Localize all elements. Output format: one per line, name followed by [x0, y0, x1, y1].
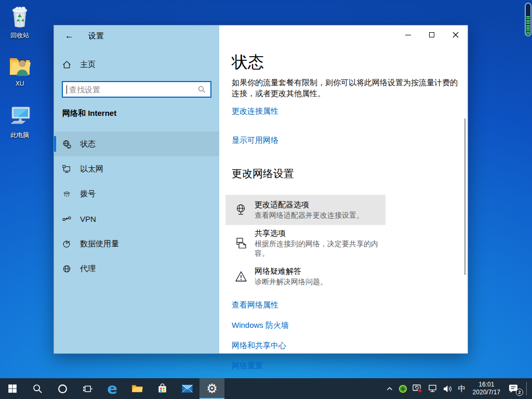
notification-badge: 2	[516, 389, 523, 396]
page-title: 状态	[232, 52, 468, 72]
sidebar-item-label: 拨号	[80, 189, 96, 199]
clock-date: 2020/7/17	[473, 389, 500, 396]
link-windows-firewall[interactable]: Windows 防火墙	[232, 321, 468, 331]
clock-time: 16:01	[473, 381, 500, 389]
bottom-links: 查看网络属性 Windows 防火墙 网络和共享中心 网络重置	[232, 300, 468, 371]
tray-network[interactable]	[425, 378, 441, 399]
sidebar-item-label: 代理	[80, 264, 96, 274]
sharing-options-icon	[234, 237, 248, 249]
card-title: 更改适配器选项	[255, 200, 364, 210]
tray-divider	[526, 382, 527, 395]
search-input[interactable]	[67, 85, 198, 94]
settings-search-box[interactable]	[62, 81, 211, 98]
link-view-network-properties[interactable]: 查看网络属性	[232, 300, 468, 311]
mail-button[interactable]	[175, 378, 200, 399]
card-subtitle: 查看网络适配器并更改连接设置。	[255, 211, 364, 220]
page-description: 如果你的流量套餐有限制，则你可以将此网络设置为按流量计费的连接，或者更改其他属性…	[232, 77, 464, 99]
desktop-icon-recycle-bin[interactable]: 回收站	[0, 4, 39, 40]
settings-window: ← 设置 主页 网络和 Internet	[54, 25, 468, 354]
card-title: 共享选项	[255, 229, 385, 238]
sidebar-item-label: 状态	[80, 139, 96, 149]
settings-taskbar-button[interactable]: ⚙	[200, 378, 224, 399]
maximize-button[interactable]	[420, 25, 444, 44]
windows-logo-icon	[8, 384, 17, 393]
sidebar-item-vpn[interactable]: VPN	[54, 206, 219, 231]
edge-icon: e	[107, 381, 117, 396]
ime-indicator-label: 中	[458, 384, 466, 394]
sidebar-section-header: 网络和 Internet	[62, 109, 219, 118]
link-network-sharing-center[interactable]: 网络和共享中心	[232, 341, 468, 351]
desktop-icon-this-pc[interactable]: 此电脑	[0, 104, 39, 140]
home-icon	[62, 60, 71, 69]
card-change-adapter-options[interactable]: 更改适配器选项 查看网络适配器并更改连接设置。	[225, 195, 385, 225]
titlebar: ← 设置	[54, 25, 219, 46]
chevron-up-icon	[386, 385, 393, 392]
link-network-reset[interactable]: 网络重置	[232, 361, 468, 371]
user-folder-icon	[0, 53, 39, 78]
window-controls	[396, 25, 468, 44]
sidebar-item-ethernet[interactable]: 以太网	[54, 156, 219, 181]
store-button[interactable]	[150, 378, 175, 399]
scrollbar-thumb[interactable]	[464, 118, 466, 275]
speaker-icon	[443, 385, 453, 393]
sidebar-item-data-usage[interactable]: 数据使用量	[54, 231, 219, 256]
search-icon	[33, 384, 43, 394]
edge-button[interactable]: e	[100, 378, 125, 399]
sidebar-item-label: VPN	[80, 215, 96, 223]
desktop-icon-label: XU	[0, 80, 39, 87]
minimize-button[interactable]	[396, 25, 420, 44]
taskbar-search-button[interactable]	[25, 378, 50, 399]
link-show-available-networks[interactable]: 显示可用网络	[232, 136, 468, 145]
tray-update-notifier[interactable]	[410, 378, 425, 399]
sidebar-item-home[interactable]: 主页	[54, 58, 219, 71]
screen-update-icon	[413, 384, 423, 393]
ethernet-icon	[62, 165, 71, 174]
sidebar-item-label: 以太网	[80, 164, 103, 174]
volume-level-fill	[526, 16, 530, 34]
gear-icon: ⚙	[206, 382, 218, 395]
sidebar-item-status[interactable]: 状态	[54, 131, 219, 156]
warning-triangle-icon	[234, 270, 248, 283]
network-icon	[428, 384, 438, 393]
search-icon	[198, 86, 206, 94]
dialup-icon	[62, 190, 71, 198]
cortana-button[interactable]	[50, 378, 75, 399]
mail-icon	[182, 384, 193, 393]
file-explorer-button[interactable]	[125, 378, 150, 399]
cortana-icon	[58, 384, 68, 394]
task-view-button[interactable]	[75, 378, 100, 399]
window-title: 设置	[88, 31, 104, 41]
store-icon	[157, 383, 167, 394]
settings-card-list: 更改适配器选项 查看网络适配器并更改连接设置。 共享选项 根据所连接到的网络，决…	[225, 195, 468, 291]
card-subtitle: 根据所连接到的网络，决定要共享的内容。	[255, 240, 385, 258]
sidebar-item-dialup[interactable]: 拨号	[54, 181, 219, 206]
proxy-globe-icon	[62, 264, 71, 273]
back-button[interactable]: ←	[65, 31, 74, 41]
file-explorer-icon	[131, 384, 143, 393]
card-subtitle: 诊断并解决网络问题。	[255, 277, 327, 287]
tray-ime[interactable]: 中	[456, 378, 469, 399]
tray-antivirus[interactable]	[396, 378, 410, 399]
link-change-connection-properties[interactable]: 更改连接属性	[232, 107, 468, 116]
status-globe-icon	[62, 140, 71, 149]
system-tray: 中 16:01 2020/7/17 2	[383, 378, 532, 399]
desktop-icon-user-folder[interactable]: XU	[0, 53, 39, 87]
sidebar-nav: 状态 以太网 拨号	[54, 131, 219, 281]
tray-chevron-up[interactable]	[383, 378, 396, 399]
close-icon	[453, 32, 459, 38]
card-sharing-options[interactable]: 共享选项 根据所连接到的网络，决定要共享的内容。	[225, 228, 385, 258]
close-button[interactable]	[444, 25, 468, 44]
taskbar-clock[interactable]: 16:01 2020/7/17	[469, 381, 504, 396]
sidebar-item-proxy[interactable]: 代理	[54, 256, 219, 281]
desktop-icon-label: 回收站	[0, 31, 39, 40]
volume-level-indicator	[525, 3, 531, 36]
tray-volume[interactable]	[441, 378, 456, 399]
sidebar-item-label: 数据使用量	[80, 239, 119, 249]
sidebar-home-label: 主页	[80, 60, 96, 70]
data-usage-icon	[62, 240, 71, 248]
task-view-icon	[83, 384, 92, 394]
action-center-button[interactable]: 2	[504, 378, 523, 399]
start-button[interactable]	[0, 378, 25, 399]
recycle-bin-icon	[0, 4, 39, 29]
card-network-troubleshooter[interactable]: 网络疑难解答 诊断并解决网络问题。	[225, 261, 385, 291]
